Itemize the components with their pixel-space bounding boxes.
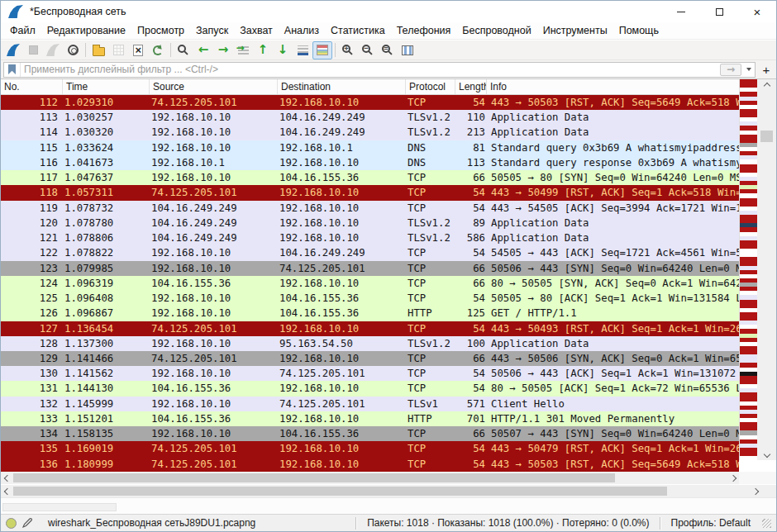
resize-columns-button[interactable] [398,41,417,59]
packet-row-131[interactable]: 1311.144130104.16.155.36192.168.10.10TCP… [1,381,739,396]
packet-row-128[interactable]: 1281.137300192.168.10.1095.163.54.50TLSv… [1,336,739,351]
filter-bookmark-button[interactable] [4,63,21,77]
column-header-length[interactable]: Length [455,79,487,94]
lower-hscrollbar[interactable] [1,485,761,497]
save-file-button[interactable] [108,41,128,59]
menu-view[interactable]: Просмотр [131,23,190,38]
reload-file-button[interactable] [148,41,168,59]
packet-row-133[interactable]: 1331.151201104.16.155.36192.168.10.10HTT… [1,411,739,426]
minimize-button[interactable] [662,1,700,22]
next-packet-button[interactable]: → [213,41,233,59]
profile-selector[interactable]: Профиль: Default [666,517,756,529]
display-filter-input[interactable] [21,64,720,75]
packet-row-120[interactable]: 1201.078780104.16.249.249192.168.10.10TL… [1,216,739,230]
cell-time: 1.137300 [63,336,150,351]
column-header-no[interactable]: No. [1,79,63,94]
vertical-scroll-thumb[interactable] [760,131,773,142]
menu-edit[interactable]: Редактирование [41,23,131,38]
first-packet-button[interactable]: ↑ [253,41,273,59]
menu-capture[interactable]: Захват [234,23,279,38]
packet-row-119[interactable]: 1191.078732104.16.249.249192.168.10.10TC… [1,201,739,216]
scroll-left-button[interactable] [1,485,13,497]
packet-row-124[interactable]: 1241.096319104.16.155.36192.168.10.10TCP… [1,276,739,291]
expert-info-button[interactable] [6,515,17,531]
scroll-left-button[interactable] [1,472,13,484]
find-packet-button[interactable] [174,41,193,59]
cell-len: 54 [455,291,487,306]
packet-row-132[interactable]: 1321.145999192.168.10.1074.125.205.101TL… [1,397,739,411]
packet-row-118[interactable]: 1181.05731174.125.205.101192.168.10.10TC… [1,185,739,200]
packet-row-114[interactable]: 1141.030320192.168.10.10104.16.249.249TL… [1,125,739,140]
go-to-packet-button[interactable] [233,41,253,59]
packet-row-134[interactable]: 1341.158135192.168.10.10104.16.155.36TCP… [1,426,739,441]
packet-row-129[interactable]: 1291.14146674.125.205.101192.168.10.10TC… [1,351,739,366]
start-capture-button[interactable] [3,41,23,59]
menu-statistics[interactable]: Статистика [325,23,391,38]
menu-wireless[interactable]: Беспроводной [456,23,536,38]
packet-row-117[interactable]: 1171.047637192.168.10.10104.16.155.36TCP… [1,170,739,185]
capture-options-button[interactable] [63,41,83,59]
capture-comment-button[interactable] [21,515,33,531]
cell-proto: TLSv1.2 [406,216,455,230]
packet-row-127[interactable]: 1271.13645474.125.205.101192.168.10.10TC… [1,321,739,336]
horizontal-scroll-thumb[interactable] [13,473,615,482]
cell-len: 213 [455,125,487,140]
minimize-icon [677,12,685,12]
menu-telephony[interactable]: Телефония [391,23,457,38]
packet-list-minimap[interactable] [739,79,757,460]
column-header-time[interactable]: Time [63,79,150,94]
packet-row-116[interactable]: 1161.041673192.168.10.1192.168.10.10DNS1… [1,155,739,170]
resize-grip[interactable] [762,519,771,528]
packet-row-136[interactable]: 1361.18099974.125.205.101192.168.10.10TC… [1,457,739,472]
packet-list-hscrollbar[interactable] [1,472,739,484]
filter-dropdown-button[interactable] [743,63,755,77]
apply-filter-button[interactable]: → [720,64,741,76]
add-filter-button[interactable]: + [759,62,774,77]
column-header-destination[interactable]: Destination [278,79,406,94]
zoom-100-button[interactable]: = [378,41,398,59]
auto-scroll-button[interactable] [293,41,312,59]
packet-row-112[interactable]: 1121.02931074.125.205.101192.168.10.10TC… [1,95,739,110]
cell-len: 66 [455,426,487,441]
stop-capture-button[interactable] [23,41,43,59]
cell-no: 132 [1,397,63,411]
scroll-right-button[interactable] [749,485,761,497]
scroll-down-button[interactable] [757,448,776,460]
menu-help[interactable]: Помощь [613,23,665,38]
packet-row-130[interactable]: 1301.141562192.168.10.1074.125.205.101TC… [1,366,739,381]
close-button[interactable]: × [738,1,776,22]
horizontal-scroll-thumb[interactable] [13,487,667,496]
packet-row-123[interactable]: 1231.079985192.168.10.1074.125.205.101TC… [1,261,739,276]
column-header-source[interactable]: Source [150,79,278,94]
open-file-button[interactable] [88,41,108,59]
colorize-packets-button[interactable] [312,41,332,59]
column-header-protocol[interactable]: Protocol [406,79,455,94]
vertical-scrollbar[interactable] [757,79,776,460]
scroll-up-button[interactable] [757,79,776,92]
packet-row-126[interactable]: 1261.096867192.168.10.10104.16.155.36HTT… [1,306,739,321]
packet-row-113[interactable]: 1131.030257192.168.10.10104.16.249.249TL… [1,110,739,125]
zoom-in-button[interactable]: + [338,41,358,59]
cell-info: Application Data [487,336,739,351]
menu-go[interactable]: Запуск [190,23,234,38]
packet-row-115[interactable]: 1151.033624192.168.10.10192.168.10.1DNS8… [1,140,739,155]
last-packet-button[interactable]: ↓ [273,41,293,59]
packet-row-125[interactable]: 1251.096408192.168.10.10104.16.155.36TCP… [1,291,739,306]
close-file-button[interactable] [128,41,148,59]
packet-row-122[interactable]: 1221.078822192.168.10.10104.16.249.249TC… [1,245,739,260]
previous-packet-button[interactable]: ← [193,41,213,59]
maximize-button[interactable] [700,1,738,22]
cell-dst: 192.168.10.1 [278,140,406,155]
menu-analyze[interactable]: Анализ [279,23,325,38]
zoom-out-button[interactable]: − [358,41,378,59]
packet-row-121[interactable]: 1211.078806104.16.249.249192.168.10.10TL… [1,230,739,245]
menu-tools[interactable]: Инструменты [537,23,613,38]
cell-no: 117 [1,170,63,185]
menu-file[interactable]: Файл [4,23,41,38]
cell-src: 192.168.10.10 [150,366,278,381]
cell-no: 136 [1,457,63,472]
scroll-right-button[interactable] [727,472,739,484]
packet-row-135[interactable]: 1351.16901974.125.205.101192.168.10.10TC… [1,441,739,456]
column-header-info[interactable]: Info [487,79,739,94]
restart-capture-button[interactable] [43,41,63,59]
